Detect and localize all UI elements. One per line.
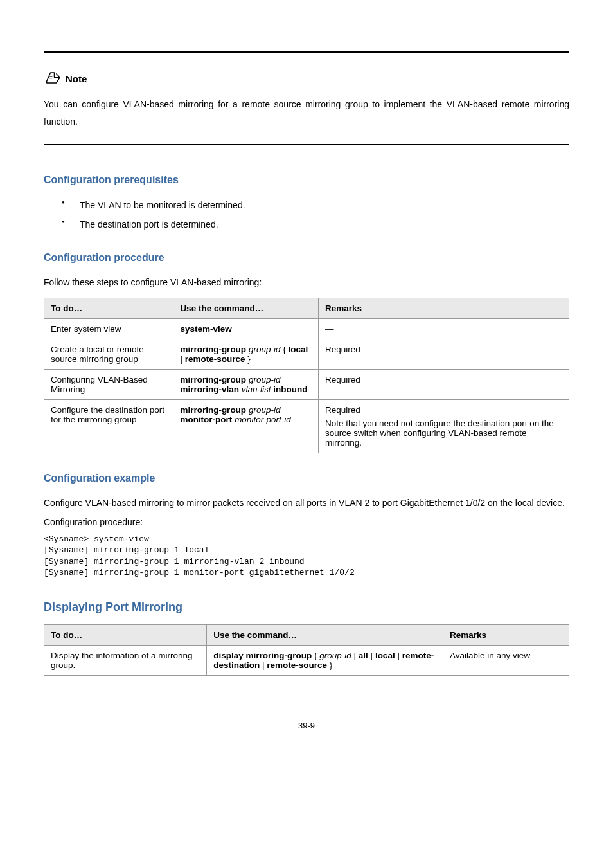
display-table: To do… Use the command… Remarks Display … xyxy=(44,624,569,676)
prereq-heading: Configuration prerequisites xyxy=(44,174,569,186)
col-todo: To do… xyxy=(44,624,207,645)
display-heading: Displaying Port Mirroring xyxy=(44,601,569,614)
table-header-row: To do… Use the command… Remarks xyxy=(44,624,569,645)
cmd-text: system-view xyxy=(180,324,231,334)
top-rule xyxy=(44,51,569,53)
bottom-rule xyxy=(44,144,569,145)
proc-heading: Configuration procedure xyxy=(44,252,569,264)
list-item: The destination port is determined. xyxy=(62,215,569,234)
note-icon xyxy=(44,71,63,87)
cell-cmd: mirroring-group group-id { local | remot… xyxy=(173,339,319,369)
code-block: <Sysname> system-view [Sysname] mirrorin… xyxy=(44,534,569,579)
cfg-label: Configuration procedure: xyxy=(44,514,569,531)
list-item: The VLAN to be monitored is determined. xyxy=(62,196,569,215)
cell-todo: Create a local or remote source mirrorin… xyxy=(44,339,173,369)
example-heading: Configuration example xyxy=(44,473,569,484)
col-cmd: Use the command… xyxy=(173,298,319,318)
cell-cmd: mirroring-group group-id monitor-port mo… xyxy=(173,399,319,453)
table-row: Configure the destination port for the m… xyxy=(44,399,569,453)
cell-todo: Configure the destination port for the m… xyxy=(44,399,173,453)
table-row: Display the information of a mirroring g… xyxy=(44,645,569,675)
page-number: 39-9 xyxy=(44,721,569,730)
note-body: You can configure VLAN-based mirroring f… xyxy=(44,96,569,130)
cell-cmd: mirroring-group group-id mirroring-vlan … xyxy=(173,369,319,399)
cell-rem: Required xyxy=(318,339,569,369)
table-row: Configuring VLAN-Based Mirroring mirrori… xyxy=(44,369,569,399)
col-remarks: Remarks xyxy=(443,624,569,645)
cell-rem: — xyxy=(318,318,569,339)
example-body: Configure VLAN-based mirroring to mirror… xyxy=(44,494,569,512)
note-header: Note xyxy=(44,71,569,87)
proc-table: To do… Use the command… Remarks Enter sy… xyxy=(44,298,569,453)
prereq-list: The VLAN to be monitored is determined. … xyxy=(62,196,569,234)
table-row: Enter system view system-view — xyxy=(44,318,569,339)
table-row: Create a local or remote source mirrorin… xyxy=(44,339,569,369)
table-header-row: To do… Use the command… Remarks xyxy=(44,298,569,318)
cell-rem: Required xyxy=(318,369,569,399)
cell-todo: Enter system view xyxy=(44,318,173,339)
note-label: Note xyxy=(66,73,87,84)
col-remarks: Remarks xyxy=(318,298,569,318)
col-cmd: Use the command… xyxy=(207,624,443,645)
cell-rem: RequiredNote that you need not configure… xyxy=(318,399,569,453)
cell-todo: Display the information of a mirroring g… xyxy=(44,645,207,675)
cell-cmd: display mirroring-group { group-id | all… xyxy=(207,645,443,675)
col-todo: To do… xyxy=(44,298,173,318)
proc-lead: Follow these steps to configure VLAN-bas… xyxy=(44,274,569,291)
cell-rem: Available in any view xyxy=(443,645,569,675)
cell-todo: Configuring VLAN-Based Mirroring xyxy=(44,369,173,399)
cell-cmd: system-view xyxy=(173,318,319,339)
